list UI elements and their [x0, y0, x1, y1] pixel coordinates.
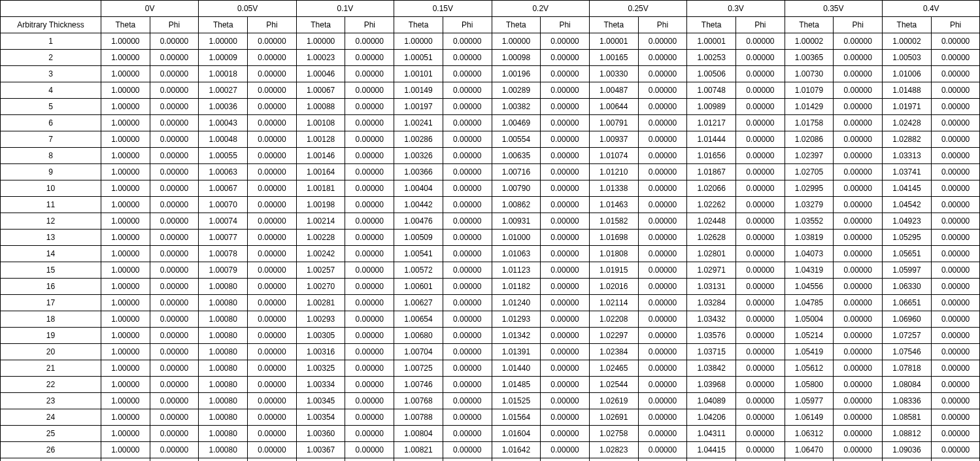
data-cell: 1.00862 [492, 197, 541, 213]
sub-header-phi: Phi [931, 17, 980, 33]
data-cell: 0.00000 [834, 33, 883, 50]
data-cell: 1.08581 [883, 409, 932, 426]
data-cell: 0.00000 [150, 164, 199, 180]
data-cell: 1.00002 [785, 33, 834, 50]
data-cell: 0.00000 [541, 197, 590, 213]
data-cell: 0.00000 [248, 409, 297, 426]
data-cell: 0.00000 [735, 262, 785, 279]
data-cell: 0.00000 [735, 66, 785, 82]
row-id-cell: 2 [1, 50, 101, 66]
data-cell: 1.00196 [492, 66, 541, 82]
data-cell: 0.00000 [931, 230, 980, 246]
data-cell: 0.00000 [443, 246, 492, 262]
data-cell: 1.00989 [687, 99, 736, 115]
data-cell: 0.00000 [443, 393, 492, 409]
data-cell: 0.00000 [541, 409, 590, 426]
data-cell: 0.00000 [150, 360, 199, 377]
data-cell: 0.00000 [931, 148, 980, 164]
table-row: 231.000000.000001.000800.000001.003450.0… [1, 393, 980, 409]
data-cell: 1.04319 [785, 262, 834, 279]
data-cell: 0.00000 [638, 197, 687, 213]
row-id-cell: 18 [1, 311, 101, 328]
data-cell: 1.00080 [199, 409, 248, 426]
data-cell: 0.00000 [541, 295, 590, 311]
data-cell: 1.03715 [687, 344, 736, 360]
data-cell: 0.00000 [248, 458, 297, 462]
data-cell: 1.00000 [199, 33, 248, 50]
data-cell: 0.00000 [248, 66, 297, 82]
data-cell: 0.00000 [443, 164, 492, 180]
data-cell: 1.00080 [199, 426, 248, 442]
data-cell: 1.00080 [199, 344, 248, 360]
data-cell: 1.01063 [492, 246, 541, 262]
data-cell: 1.00000 [101, 230, 150, 246]
data-cell: 1.02705 [785, 164, 834, 180]
data-cell: 0.00000 [345, 377, 394, 393]
data-cell: 1.02384 [589, 344, 638, 360]
data-cell: 1.06616 [785, 458, 834, 462]
data-cell: 1.06470 [785, 442, 834, 458]
data-cell: 0.00000 [735, 246, 785, 262]
data-cell: 1.05997 [883, 262, 932, 279]
data-cell: 1.03552 [785, 213, 834, 230]
data-cell: 0.00000 [248, 442, 297, 458]
data-cell: 0.00000 [638, 180, 687, 197]
data-cell: 0.00000 [931, 295, 980, 311]
data-cell: 0.00000 [638, 279, 687, 295]
data-cell: 0.00000 [735, 458, 785, 462]
data-cell: 1.00487 [589, 82, 638, 99]
data-cell: 0.00000 [834, 115, 883, 131]
data-cell: 1.09036 [883, 442, 932, 458]
data-cell: 0.00000 [248, 246, 297, 262]
data-cell: 1.00067 [199, 180, 248, 197]
data-cell: 1.02801 [687, 246, 736, 262]
data-cell: 1.01915 [589, 262, 638, 279]
data-cell: 1.04415 [687, 442, 736, 458]
data-cell: 1.00198 [296, 197, 345, 213]
sub-header-theta: Theta [199, 17, 248, 33]
data-cell: 1.00046 [296, 66, 345, 82]
data-cell: 1.03279 [785, 197, 834, 213]
data-cell: 1.01240 [492, 295, 541, 311]
data-cell: 0.00000 [443, 262, 492, 279]
data-cell: 0.00000 [638, 164, 687, 180]
data-cell: 0.00000 [345, 295, 394, 311]
data-cell: 1.01971 [883, 99, 932, 115]
data-cell: 0.00000 [638, 393, 687, 409]
data-cell: 1.00469 [492, 115, 541, 131]
data-cell: 0.00000 [638, 377, 687, 393]
data-cell: 1.00080 [199, 360, 248, 377]
data-cell: 1.00316 [296, 344, 345, 360]
data-cell: 1.02884 [589, 458, 638, 462]
data-cell: 1.00077 [199, 230, 248, 246]
data-cell: 1.01656 [687, 148, 736, 164]
data-cell: 0.00000 [248, 33, 297, 50]
data-cell: 1.00000 [101, 360, 150, 377]
data-cell: 1.01123 [492, 262, 541, 279]
data-cell: 1.00078 [199, 246, 248, 262]
data-cell: 0.00000 [443, 377, 492, 393]
data-cell: 0.00000 [443, 442, 492, 458]
data-cell: 0.00000 [150, 442, 199, 458]
table-row: 151.000000.000001.000790.000001.002570.0… [1, 262, 980, 279]
table-row: 101.000000.000001.000670.000001.001810.0… [1, 180, 980, 197]
data-cell: 1.01808 [589, 246, 638, 262]
data-cell: 1.00442 [394, 197, 443, 213]
data-cell: 0.00000 [150, 295, 199, 311]
data-cell: 1.00365 [785, 50, 834, 66]
data-cell: 1.00079 [199, 262, 248, 279]
data-cell: 1.02397 [785, 148, 834, 164]
table-row: 211.000000.000001.000800.000001.003250.0… [1, 360, 980, 377]
data-cell: 0.00000 [345, 131, 394, 148]
data-cell: 0.00000 [443, 213, 492, 230]
data-cell: 0.00000 [638, 409, 687, 426]
data-cell: 0.00000 [541, 131, 590, 148]
data-cell: 1.03741 [883, 164, 932, 180]
data-cell: 1.09245 [883, 458, 932, 462]
data-cell: 1.00000 [101, 458, 150, 462]
data-cell: 1.00000 [101, 295, 150, 311]
data-cell: 1.00404 [394, 180, 443, 197]
data-cell: 1.00098 [492, 50, 541, 66]
data-cell: 0.00000 [150, 50, 199, 66]
data-cell: 0.00000 [735, 295, 785, 311]
